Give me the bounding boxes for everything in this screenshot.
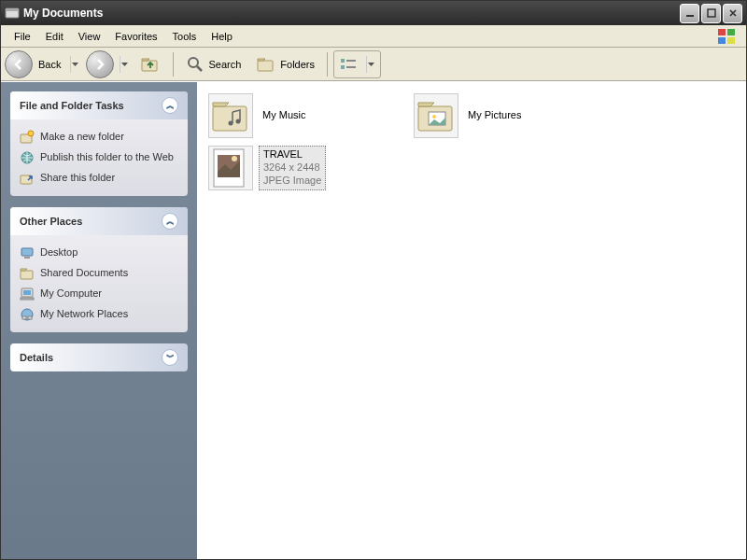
svg-rect-10 xyxy=(258,61,273,71)
svg-rect-21 xyxy=(21,271,33,279)
search-button[interactable]: Search xyxy=(179,50,247,78)
task-label: Make a new folder xyxy=(40,131,124,143)
task-label: Publish this folder to the Web xyxy=(40,151,174,163)
svg-point-9 xyxy=(189,58,198,67)
svg-point-29 xyxy=(229,121,233,126)
toolbar: Back Search Folders xyxy=(1,48,746,81)
item-dimensions: 3264 x 2448 xyxy=(263,161,321,175)
svg-rect-19 xyxy=(21,248,33,256)
toolbar-separator xyxy=(173,52,174,77)
windows-logo-icon xyxy=(716,27,739,46)
svg-rect-13 xyxy=(346,60,356,62)
panel-title: Other Places xyxy=(20,216,82,227)
svg-rect-14 xyxy=(346,66,356,68)
panel-header-details[interactable]: Details ︾ xyxy=(10,343,188,371)
place-label: My Computer xyxy=(40,287,102,300)
minimize-button[interactable] xyxy=(680,4,699,23)
item-my-pictures[interactable]: My Pictures xyxy=(410,90,615,142)
body-area: File and Folder Tasks ︽ Make a new folde… xyxy=(1,81,746,559)
forward-button[interactable] xyxy=(86,50,114,78)
svg-rect-28 xyxy=(213,106,247,131)
svg-rect-23 xyxy=(23,290,31,295)
chevron-down-icon: ︾ xyxy=(162,349,178,366)
close-button[interactable] xyxy=(723,4,742,23)
svg-rect-5 xyxy=(727,29,735,35)
panel-details: Details ︾ xyxy=(10,343,188,371)
item-my-music[interactable]: My Music xyxy=(204,90,410,142)
place-label: Shared Documents xyxy=(40,267,128,279)
svg-point-16 xyxy=(28,131,34,136)
item-name: My Pictures xyxy=(468,109,521,122)
svg-rect-3 xyxy=(708,9,715,17)
new-folder-icon xyxy=(20,130,35,145)
panel-header-other-places[interactable]: Other Places ︽ xyxy=(10,207,188,235)
menu-favorites[interactable]: Favorites xyxy=(107,28,164,45)
search-label: Search xyxy=(208,59,241,70)
up-button[interactable] xyxy=(134,50,167,78)
task-publish-web[interactable]: Publish this folder to the Web xyxy=(20,147,178,168)
folders-icon xyxy=(256,55,276,74)
window-buttons xyxy=(680,4,742,23)
panel-body-other-places: Desktop Shared Documents My Computer My … xyxy=(10,235,188,332)
computer-icon xyxy=(20,287,35,301)
menu-file[interactable]: File xyxy=(7,28,38,45)
svg-rect-27 xyxy=(28,316,32,319)
file-list[interactable]: My Music My Pictures TRAVEL 3264 x 2448 … xyxy=(197,82,746,559)
panel-body-file-tasks: Make a new folder Publish this folder to… xyxy=(10,119,188,196)
views-dropdown[interactable] xyxy=(366,56,374,73)
svg-point-36 xyxy=(232,156,237,161)
menu-tools[interactable]: Tools xyxy=(165,28,204,45)
task-share-folder[interactable]: Share this folder xyxy=(20,168,178,189)
svg-rect-1 xyxy=(6,8,19,11)
folder-music-icon xyxy=(208,93,253,138)
svg-rect-24 xyxy=(21,298,34,300)
svg-rect-20 xyxy=(24,257,30,259)
menu-edit[interactable]: Edit xyxy=(38,28,71,45)
item-name: TRAVEL xyxy=(263,148,321,161)
folders-button[interactable]: Folders xyxy=(249,50,321,78)
item-type: JPEG Image xyxy=(263,175,321,188)
titlebar[interactable]: My Documents xyxy=(1,1,746,25)
svg-rect-11 xyxy=(341,59,345,63)
item-name: My Music xyxy=(262,109,305,122)
svg-rect-6 xyxy=(718,37,726,44)
place-label: My Network Places xyxy=(40,308,128,320)
folders-label: Folders xyxy=(280,59,315,70)
svg-rect-4 xyxy=(718,29,726,35)
task-label: Share this folder xyxy=(40,172,115,184)
menu-help[interactable]: Help xyxy=(204,28,240,45)
views-button[interactable] xyxy=(333,50,381,78)
place-desktop[interactable]: Desktop xyxy=(20,243,178,263)
svg-point-33 xyxy=(432,115,436,119)
svg-rect-2 xyxy=(686,15,694,17)
publish-icon xyxy=(20,150,35,165)
toolbar-separator-2 xyxy=(327,52,328,77)
place-network[interactable]: My Network Places xyxy=(20,304,178,325)
back-dropdown[interactable] xyxy=(70,56,78,73)
menu-view[interactable]: View xyxy=(71,28,108,45)
forward-dropdown[interactable] xyxy=(120,56,128,73)
tasks-sidebar: File and Folder Tasks ︽ Make a new folde… xyxy=(1,82,197,559)
item-travel-image[interactable]: TRAVEL 3264 x 2448 JPEG Image xyxy=(204,142,410,194)
folder-icon xyxy=(20,266,35,281)
search-icon xyxy=(186,55,204,74)
place-shared-documents[interactable]: Shared Documents xyxy=(20,263,178,284)
panel-title: File and Folder Tasks xyxy=(20,100,124,111)
panel-other-places: Other Places ︽ Desktop Shared Documents … xyxy=(10,207,188,332)
panel-header-file-tasks[interactable]: File and Folder Tasks ︽ xyxy=(10,91,188,119)
panel-title: Details xyxy=(20,352,53,363)
views-icon xyxy=(340,57,359,72)
share-icon xyxy=(20,171,35,186)
maximize-button[interactable] xyxy=(701,4,721,23)
folder-up-icon xyxy=(140,54,161,75)
svg-point-30 xyxy=(236,119,241,124)
place-label: Desktop xyxy=(40,246,78,259)
back-button[interactable] xyxy=(5,50,33,78)
svg-rect-8 xyxy=(142,61,157,71)
chevron-up-icon: ︽ xyxy=(162,213,178,230)
place-my-computer[interactable]: My Computer xyxy=(20,284,178,304)
desktop-icon xyxy=(20,245,35,260)
chevron-up-icon: ︽ xyxy=(162,97,178,114)
explorer-window: My Documents File Edit View Favorites To… xyxy=(0,0,747,560)
task-make-new-folder[interactable]: Make a new folder xyxy=(20,127,178,147)
